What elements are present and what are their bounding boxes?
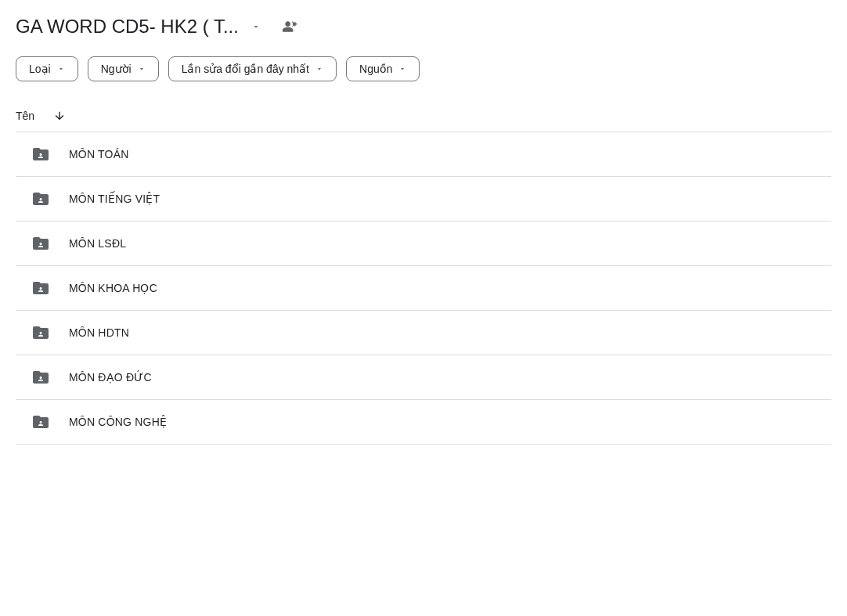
folder-name: MÔN CÔNG NGHỆ (69, 416, 167, 428)
shared-folder-icon (31, 189, 50, 208)
folder-row[interactable]: MÔN TIẾNG VIỆT (16, 177, 831, 222)
page-title: GA WORD CD5- HK2 ( T... (16, 16, 239, 38)
filter-row: Loại Người Lần sửa đổi gần đây nhất Nguồ… (16, 56, 831, 81)
filter-type[interactable]: Loại (16, 56, 78, 81)
filter-source[interactable]: Nguồn (346, 56, 420, 81)
folder-row[interactable]: MÔN KHOA HỌC (16, 266, 831, 311)
column-name-header[interactable]: Tên (16, 110, 34, 122)
folder-name: MÔN LSĐL (69, 237, 126, 250)
folder-row[interactable]: MÔN HDTN (16, 311, 831, 355)
share-people-icon[interactable] (283, 19, 298, 34)
shared-folder-icon (31, 234, 50, 253)
folder-row[interactable]: MÔN LSĐL (16, 222, 831, 266)
filter-modified[interactable]: Lần sửa đổi gần đây nhất (168, 56, 337, 81)
shared-folder-icon (31, 323, 50, 342)
folder-name: MÔN TIẾNG VIỆT (69, 193, 160, 205)
filter-type-label: Loại (29, 63, 51, 75)
caret-down-icon (138, 65, 146, 73)
folder-row[interactable]: MÔN TOÁN (16, 132, 831, 177)
caret-down-icon (398, 65, 406, 73)
folder-row[interactable]: MÔN CÔNG NGHỆ (16, 400, 831, 445)
folder-name: MÔN ĐẠO ĐỨC (69, 371, 152, 384)
folder-name: MÔN KHOA HỌC (69, 282, 157, 294)
filter-source-label: Nguồn (359, 63, 392, 75)
caret-down-icon (315, 65, 323, 73)
folder-row[interactable]: MÔN ĐẠO ĐỨC (16, 355, 831, 400)
title-dropdown-icon[interactable] (251, 22, 261, 31)
shared-folder-icon (31, 412, 50, 431)
filter-people[interactable]: Người (88, 56, 159, 81)
folder-name: MÔN TOÁN (69, 148, 129, 160)
shared-folder-icon (31, 145, 50, 164)
filter-modified-label: Lần sửa đổi gần đây nhất (182, 63, 309, 75)
header: GA WORD CD5- HK2 ( T... (16, 16, 831, 38)
folder-name: MÔN HDTN (69, 326, 129, 339)
filter-people-label: Người (101, 63, 132, 75)
file-list: MÔN TOÁN MÔN TIẾNG VIỆT MÔN LSĐL MÔN KHO… (16, 132, 831, 445)
caret-down-icon (57, 65, 65, 73)
column-header: Tên (16, 103, 831, 132)
shared-folder-icon (31, 279, 50, 297)
shared-folder-icon (31, 368, 50, 387)
arrow-down-icon[interactable] (53, 110, 66, 122)
